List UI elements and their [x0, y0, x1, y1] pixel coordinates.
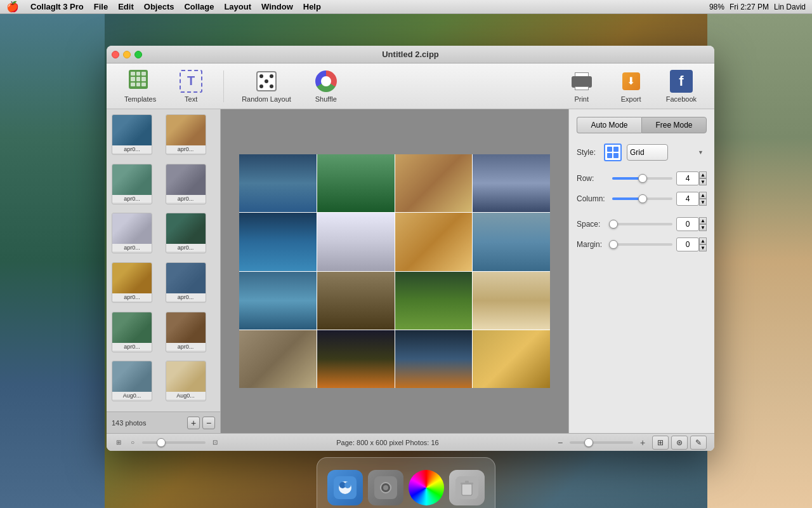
canvas-photo[interactable] — [239, 330, 317, 388]
menu-layout[interactable]: Layout — [219, 2, 256, 11]
canvas-photo[interactable] — [473, 213, 550, 271]
add-photo-button[interactable]: + — [187, 417, 200, 429]
facebook-button[interactable]: f Facebook — [658, 66, 704, 107]
menu-collage[interactable]: Collage — [179, 2, 219, 11]
canvas-photo[interactable] — [473, 272, 550, 330]
photo-thumb[interactable]: apr0... — [166, 312, 206, 352]
svg-point-3 — [344, 482, 351, 488]
menu-window[interactable]: Window — [256, 2, 298, 11]
photo-grid: apr0...apr0...apr0...apr0...apr0...apr0.… — [107, 109, 220, 411]
remove-photo-button[interactable]: − — [202, 417, 215, 429]
svg-rect-10 — [465, 481, 469, 483]
view-detail-button[interactable]: ✎ — [690, 436, 707, 450]
close-button[interactable] — [112, 51, 119, 58]
traffic-lights — [112, 51, 142, 58]
apple-menu[interactable]: 🍎 — [0, 1, 25, 13]
export-button[interactable]: ⬇ Export — [609, 66, 653, 107]
dock — [317, 457, 495, 508]
space-decrement[interactable]: ▼ — [699, 224, 707, 231]
canvas-photo[interactable] — [317, 330, 395, 388]
space-increment[interactable]: ▲ — [699, 217, 707, 224]
text-icon: T — [180, 70, 202, 93]
menu-edit[interactable]: Edit — [113, 2, 139, 11]
column-decrement[interactable]: ▼ — [699, 199, 707, 206]
canvas-photo[interactable] — [395, 154, 473, 212]
app-name[interactable]: CollagIt 3 Pro — [25, 2, 89, 11]
dock-color-sync[interactable] — [409, 470, 444, 505]
export-icon: ⬇ — [620, 70, 643, 93]
zoom-slider-right[interactable] — [570, 441, 633, 444]
photo-thumb[interactable]: apr0... — [112, 213, 152, 253]
column-increment[interactable]: ▲ — [699, 192, 707, 199]
zoom-slider-left[interactable] — [142, 441, 206, 444]
app-window: Untitled 2.cipp Templates T Text — [107, 46, 714, 451]
dock-finder[interactable] — [327, 470, 363, 505]
text-button[interactable]: T Text — [169, 66, 213, 107]
random-layout-button[interactable]: Random Layout — [234, 66, 299, 107]
zoom-increase[interactable]: + — [638, 438, 647, 447]
photo-thumb[interactable]: apr0... — [166, 114, 206, 155]
canvas-grid — [239, 154, 550, 388]
auto-mode-button[interactable]: Auto Mode — [577, 117, 641, 133]
row-slider[interactable] — [612, 177, 672, 180]
style-grid-icon[interactable] — [604, 144, 622, 161]
row-slider-row: Row: 4 ▲ ▼ — [577, 171, 707, 185]
margin-increment[interactable]: ▲ — [699, 237, 707, 244]
shuffle-icon — [315, 70, 337, 93]
margin-decrement[interactable]: ▼ — [699, 244, 707, 251]
maximize-button[interactable] — [134, 51, 142, 58]
canvas-photo[interactable] — [239, 154, 317, 212]
menubar-right: 98% Fri 2:27 PM Lin David — [709, 3, 812, 11]
margin-slider-row: Margin: 0 ▲ ▼ — [577, 237, 707, 251]
style-select[interactable]: Grid Mosaic Brick — [627, 144, 668, 161]
photo-thumb[interactable]: apr0... — [166, 262, 206, 303]
photo-thumb[interactable]: apr0... — [112, 164, 152, 204]
photo-thumb[interactable]: apr0... — [112, 312, 152, 352]
canvas-photo[interactable] — [473, 154, 550, 212]
clock: Fri 2:27 PM — [730, 3, 769, 11]
menu-objects[interactable]: Objects — [139, 2, 180, 11]
canvas-photo[interactable] — [239, 213, 317, 271]
templates-label: Templates — [124, 95, 156, 103]
margin-slider[interactable] — [612, 243, 672, 246]
minimize-button[interactable] — [123, 51, 131, 58]
titlebar: Untitled 2.cipp — [107, 46, 714, 64]
free-mode-button[interactable]: Free Mode — [641, 117, 707, 133]
space-slider[interactable] — [612, 223, 672, 225]
menu-file[interactable]: File — [89, 2, 113, 11]
dock-preferences[interactable] — [368, 470, 403, 505]
dock-trash[interactable] — [449, 470, 485, 505]
photo-thumb[interactable]: apr0... — [112, 114, 152, 155]
photo-thumb[interactable]: Aug0... — [112, 361, 152, 401]
photo-thumb[interactable]: apr0... — [166, 164, 206, 204]
photo-thumb[interactable]: apr0... — [112, 262, 152, 303]
column-slider[interactable] — [612, 197, 672, 200]
canvas-photo[interactable] — [317, 272, 395, 330]
zoom-fit-icon[interactable]: ⊡ — [211, 438, 219, 447]
menubar: 🍎 CollagIt 3 Pro File Edit Objects Colla… — [0, 0, 812, 14]
canvas-photo[interactable] — [395, 330, 473, 388]
canvas-photo[interactable] — [317, 213, 395, 271]
zoom-decrease[interactable]: − — [556, 438, 565, 447]
canvas-photo[interactable] — [239, 272, 317, 330]
canvas-photo[interactable] — [395, 272, 473, 330]
view-list-button[interactable]: ⊛ — [671, 436, 688, 450]
page-info: Page: 800 x 600 pixel Photos: 16 — [225, 439, 551, 446]
print-button[interactable]: Print — [560, 66, 604, 107]
zoom-out-small[interactable]: ○ — [128, 438, 137, 447]
row-decrement[interactable]: ▼ — [699, 178, 707, 185]
canvas-photo[interactable] — [317, 154, 395, 212]
margin-value: 0 — [676, 237, 699, 251]
menu-help[interactable]: Help — [298, 2, 326, 11]
shuffle-button[interactable]: Shuffle — [304, 66, 348, 107]
photo-thumb[interactable]: apr0... — [166, 213, 206, 253]
view-grid-button[interactable]: ⊞ — [652, 436, 669, 450]
photo-thumb[interactable]: Aug0... — [166, 361, 206, 401]
style-select-wrap: Grid Mosaic Brick — [627, 144, 707, 161]
row-increment[interactable]: ▲ — [699, 171, 707, 178]
zoom-fit-left[interactable]: ⊞ — [114, 438, 123, 447]
canvas-photo[interactable] — [395, 213, 473, 271]
templates-button[interactable]: Templates — [117, 66, 164, 107]
window-title: Untitled 2.cipp — [382, 50, 439, 59]
canvas-photo[interactable] — [473, 330, 550, 388]
